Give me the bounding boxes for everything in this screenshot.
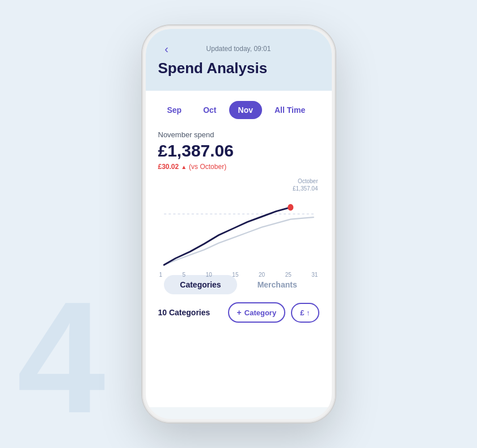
october-label: October £1,357.04 bbox=[293, 177, 318, 192]
screen-header: ‹ Updated today, 09:01 Spend Analysis bbox=[146, 29, 332, 91]
update-text: Updated today, 09:01 bbox=[206, 45, 271, 53]
chart-xaxis: 1 5 10 15 20 25 31 bbox=[158, 272, 319, 278]
x-label-1: 1 bbox=[159, 272, 163, 278]
add-category-label: Category bbox=[244, 308, 276, 317]
sort-amount-button[interactable]: £ ↑ bbox=[291, 303, 319, 323]
bottom-row: 10 Categories + Category £ ↑ bbox=[158, 302, 319, 323]
nav-row: ‹ Updated today, 09:01 bbox=[158, 45, 319, 53]
background-number: 4 bbox=[17, 278, 105, 437]
page-title: Spend Analysis bbox=[158, 60, 319, 77]
diff-arrow-icon: ▲ bbox=[181, 164, 187, 170]
phone-frame: ‹ Updated today, 09:01 Spend Analysis Se… bbox=[142, 26, 335, 422]
month-tabs: Sep Oct Nov All Time bbox=[158, 101, 319, 119]
plus-icon: + bbox=[237, 308, 242, 317]
x-label-20: 20 bbox=[259, 272, 265, 278]
tab-nov[interactable]: Nov bbox=[229, 101, 262, 119]
tab-oct[interactable]: Oct bbox=[194, 101, 225, 119]
x-label-31: 31 bbox=[311, 272, 318, 278]
sort-icon: £ ↑ bbox=[300, 308, 310, 317]
categories-count: 10 Categories bbox=[158, 308, 222, 317]
toggle-merchants[interactable]: Merchants bbox=[242, 275, 313, 294]
spend-label: November spend bbox=[158, 130, 319, 139]
x-label-15: 15 bbox=[232, 272, 238, 278]
phone-screen: ‹ Updated today, 09:01 Spend Analysis Se… bbox=[146, 29, 332, 419]
x-label-25: 25 bbox=[285, 272, 292, 278]
toggle-categories[interactable]: Categories bbox=[164, 275, 237, 294]
phone-wrapper: ‹ Updated today, 09:01 Spend Analysis Se… bbox=[142, 26, 335, 422]
toggle-tabs: Categories Merchants bbox=[158, 275, 319, 294]
tab-sep[interactable]: Sep bbox=[158, 101, 191, 119]
screen-content: Sep Oct Nov All Time November spend £1,3… bbox=[146, 91, 332, 407]
back-button[interactable]: ‹ bbox=[158, 40, 175, 57]
add-category-button[interactable]: + Category bbox=[228, 302, 286, 323]
chart-container: October £1,357.04 bbox=[158, 177, 319, 268]
spend-chart bbox=[158, 189, 319, 268]
x-label-10: 10 bbox=[206, 272, 212, 278]
spend-amount: £1,387.06 bbox=[158, 141, 319, 160]
svg-point-2 bbox=[289, 205, 292, 209]
x-label-5: 5 bbox=[183, 272, 186, 278]
tab-all-time[interactable]: All Time bbox=[265, 101, 314, 119]
spend-diff: £30.02 ▲ (vs October) bbox=[158, 163, 319, 171]
diff-amount: £30.02 bbox=[158, 163, 179, 171]
diff-label: (vs October) bbox=[189, 163, 226, 171]
